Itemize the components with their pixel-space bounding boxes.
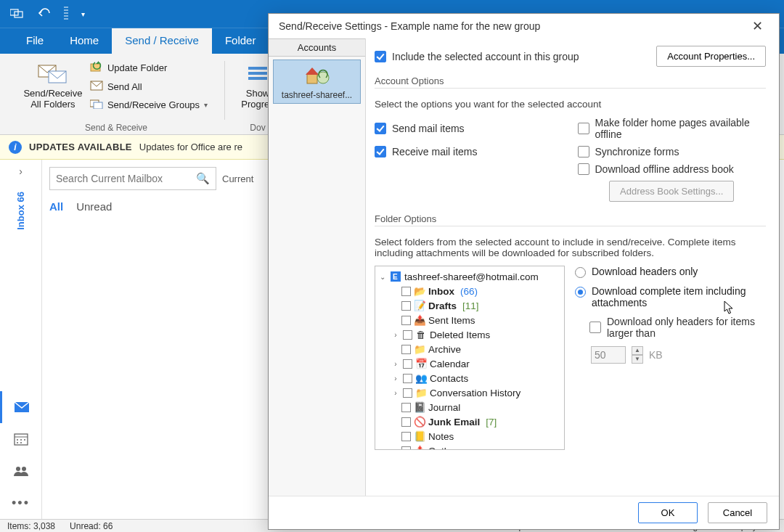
ok-button[interactable]: OK <box>638 502 698 523</box>
chevron-right-icon[interactable]: › <box>391 375 400 382</box>
folder-icon: 📁 <box>415 388 427 398</box>
sync-forms-checkbox[interactable]: Synchronize forms <box>578 146 767 157</box>
tree-root[interactable]: ⌄ E tashreef-shareef@hotmail.com <box>375 269 564 284</box>
dialog-titlebar: Send/Receive Settings - Example name for… <box>269 14 779 38</box>
svg-rect-8 <box>248 67 267 70</box>
qat-customize-dropdown[interactable]: ▾ <box>81 10 85 18</box>
tree-inbox[interactable]: 📂Inbox(66) <box>375 284 564 298</box>
kb-unit: KB <box>649 349 663 361</box>
send-receive-all-label: Send/Receive All Folders <box>23 89 82 110</box>
tree-journal[interactable]: 📓Journal <box>375 400 564 414</box>
filter-unread[interactable]: Unread <box>76 200 112 213</box>
envelope-pair-icon <box>36 60 70 87</box>
send-all-button[interactable]: Send All <box>86 79 212 94</box>
chevron-right-icon[interactable]: › <box>391 389 400 397</box>
svg-point-20 <box>22 467 26 471</box>
tab-home[interactable]: Home <box>57 28 112 54</box>
search-icon[interactable]: 🔍 <box>196 172 210 185</box>
tree-archive[interactable]: 📁Archive <box>375 342 564 356</box>
folder-options-hint: Select folders from the selected account… <box>375 237 766 258</box>
tree-sent[interactable]: 📤Sent Items <box>375 313 564 327</box>
folder-tree[interactable]: ⌄ E tashreef-shareef@hotmail.com 📂Inbox(… <box>375 266 565 450</box>
svg-point-16 <box>24 439 25 441</box>
chevron-right-icon[interactable]: › <box>391 331 400 339</box>
tree-drafts[interactable]: 📝Drafts[11] <box>375 298 564 313</box>
people-rail-icon[interactable] <box>0 455 42 487</box>
refresh-folder-icon <box>90 61 103 75</box>
svg-rect-4 <box>91 64 100 71</box>
nav-rail: › Inbox 66 ••• <box>0 160 42 519</box>
send-receive-groups-label: Send/Receive Groups <box>107 99 200 110</box>
tree-deleted[interactable]: ›🗑Deleted Items <box>375 327 564 342</box>
update-folder-button[interactable]: Update Folder <box>86 60 212 76</box>
more-rail-icon[interactable]: ••• <box>0 487 42 519</box>
send-receive-groups-button[interactable]: Send/Receive Groups ▾ <box>86 97 212 112</box>
outbox-icon: 📤 <box>414 446 425 450</box>
sent-icon: 📤 <box>414 315 425 325</box>
tab-file[interactable]: File <box>13 28 57 54</box>
receive-mail-checkbox[interactable]: Receive mail items <box>375 146 563 157</box>
spinner-up-icon[interactable]: ▲ <box>632 346 643 355</box>
ribbon-group-label-1: Send & Receive <box>7 123 225 133</box>
tree-conv[interactable]: ›📁Conversation History <box>375 385 564 400</box>
svg-rect-7 <box>94 102 102 109</box>
mail-rail-icon[interactable] <box>0 391 42 423</box>
folder-icon: 📂 <box>414 286 425 296</box>
qat-handle <box>64 7 68 21</box>
tree-outbox[interactable]: 📤Outhov <box>375 443 564 450</box>
search-input[interactable] <box>56 173 192 184</box>
tree-contacts[interactable]: ›👥Contacts <box>375 371 564 385</box>
send-all-label: Send All <box>107 81 142 92</box>
chevron-down-icon: ▾ <box>204 101 208 109</box>
headers-larger-checkbox[interactable]: Download only headers for items larger t… <box>589 316 766 339</box>
folder-icon: 📁 <box>414 344 425 354</box>
accounts-header: Accounts <box>269 38 365 57</box>
close-icon[interactable]: ✕ <box>746 15 769 37</box>
updates-text: Updates for Office are re <box>139 142 242 152</box>
spinner-down-icon[interactable]: ▼ <box>632 355 643 364</box>
kb-spinner-buttons[interactable]: ▲▼ <box>632 346 643 364</box>
envelope-icon <box>90 81 103 93</box>
tab-folder[interactable]: Folder <box>212 28 269 54</box>
expand-nav-icon[interactable]: › <box>14 165 28 177</box>
calendar-rail-icon[interactable] <box>0 423 42 455</box>
junk-icon: 🚫 <box>414 417 425 427</box>
send-receive-settings-dialog: Send/Receive Settings - Example name for… <box>268 13 780 530</box>
svg-rect-9 <box>248 72 267 75</box>
download-options: Download headers only Download complete … <box>575 266 766 450</box>
calendar-icon: 📅 <box>415 359 427 369</box>
account-item[interactable]: tashreef-shareef... <box>273 60 361 104</box>
tree-junk[interactable]: 🚫Junk Email[7] <box>375 414 564 429</box>
search-box[interactable]: 🔍 <box>49 167 216 190</box>
chevron-down-icon[interactable]: ⌄ <box>378 273 387 281</box>
folder-options-label: Folder Options <box>375 213 766 224</box>
send-receive-all-button[interactable]: Send/Receive All Folders <box>20 57 86 112</box>
undo-icon[interactable] <box>38 8 51 20</box>
update-folder-label: Update Folder <box>107 62 167 73</box>
include-account-checkbox[interactable]: Include the selected account in this gro… <box>375 51 579 62</box>
notes-icon: 📒 <box>414 431 425 441</box>
account-options-hint: Select the options you want for the sele… <box>375 99 766 110</box>
tree-calendar[interactable]: ›📅Calendar <box>375 356 564 371</box>
qat-send-receive-icon[interactable] <box>10 7 25 21</box>
tree-notes[interactable]: 📒Notes <box>375 429 564 443</box>
account-properties-button[interactable]: Account Properties... <box>656 46 766 67</box>
cancel-button[interactable]: Cancel <box>708 502 767 523</box>
svg-point-14 <box>17 439 18 441</box>
search-scope-dropdown[interactable]: Current <box>222 167 253 190</box>
send-mail-checkbox[interactable]: Send mail items <box>375 117 563 140</box>
download-oab-checkbox[interactable]: Download offline address book <box>578 163 767 175</box>
radio-headers-only[interactable]: Download headers only <box>575 266 766 278</box>
radio-complete-item[interactable]: Download complete item including attachm… <box>575 285 766 308</box>
inbox-rail-button[interactable]: Inbox 66 <box>15 177 26 245</box>
ribbon-small-buttons: Update Folder Send All Send/Receive Grou… <box>86 57 212 112</box>
svg-text:E: E <box>393 273 398 281</box>
svg-point-19 <box>16 467 20 471</box>
chevron-right-icon[interactable]: › <box>391 360 400 368</box>
svg-point-17 <box>17 442 18 443</box>
trash-icon: 🗑 <box>415 330 427 340</box>
tab-send-receive[interactable]: Send / Receive <box>112 28 212 54</box>
make-offline-checkbox[interactable]: Make folder home pages available offline <box>578 117 767 140</box>
svg-point-18 <box>20 442 22 443</box>
filter-all[interactable]: All <box>49 200 63 213</box>
